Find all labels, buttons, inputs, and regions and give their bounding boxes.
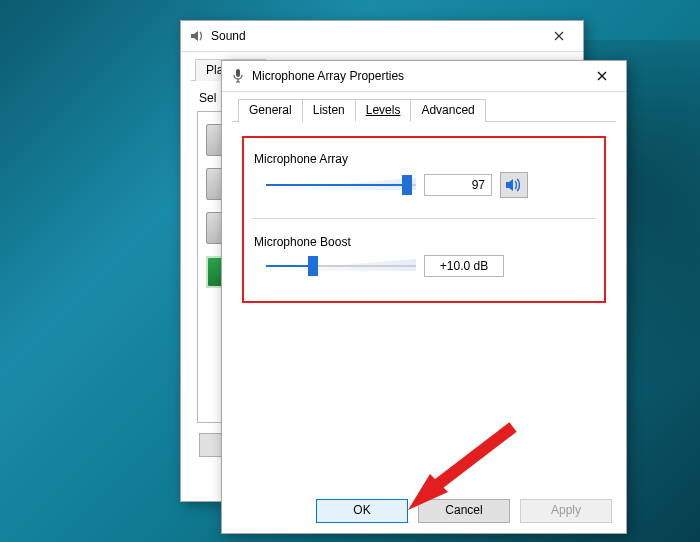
- prop-title: Microphone Array Properties: [252, 69, 582, 83]
- mic-array-slider-thumb[interactable]: [402, 175, 412, 195]
- mic-array-group: Microphone Array 97: [252, 144, 596, 208]
- sound-title: Sound: [211, 29, 539, 43]
- prop-button-row: OK Cancel Apply: [222, 499, 626, 523]
- mic-boost-slider[interactable]: [266, 256, 416, 276]
- prop-tabstrip: General Listen Levels Advanced: [232, 98, 616, 122]
- sound-app-icon: [189, 28, 205, 44]
- mic-array-value[interactable]: 97: [424, 174, 492, 196]
- svg-rect-0: [236, 69, 240, 77]
- levels-panel: Microphone Array 97: [232, 122, 616, 303]
- prop-tab-general[interactable]: General: [238, 99, 303, 122]
- mic-boost-value[interactable]: +10.0 dB: [424, 255, 504, 277]
- prop-tab-advanced[interactable]: Advanced: [410, 99, 485, 122]
- mic-array-label: Microphone Array: [254, 152, 596, 166]
- mic-array-slider[interactable]: [266, 175, 416, 195]
- mic-boost-slider-thumb[interactable]: [308, 256, 318, 276]
- mute-button[interactable]: [500, 172, 528, 198]
- sound-close-button[interactable]: [539, 22, 579, 50]
- divider: [252, 218, 596, 219]
- speaker-icon: [505, 177, 523, 193]
- prop-close-button[interactable]: [582, 62, 622, 90]
- desktop-background: Sound Playback Recording Sel Configure: [0, 0, 700, 542]
- mic-boost-group: Microphone Boost +10.0 dB: [252, 227, 596, 287]
- microphone-icon: [230, 68, 246, 84]
- mic-boost-label: Microphone Boost: [254, 235, 596, 249]
- prop-titlebar[interactable]: Microphone Array Properties: [222, 61, 626, 92]
- prop-tab-levels[interactable]: Levels: [355, 99, 412, 122]
- mic-properties-window: Microphone Array Properties General List…: [221, 60, 627, 534]
- prop-tab-listen[interactable]: Listen: [302, 99, 356, 122]
- sound-titlebar[interactable]: Sound: [181, 21, 583, 52]
- cancel-button[interactable]: Cancel: [418, 499, 510, 523]
- annotation-highlight: Microphone Array 97: [242, 136, 606, 303]
- ok-button[interactable]: OK: [316, 499, 408, 523]
- apply-button: Apply: [520, 499, 612, 523]
